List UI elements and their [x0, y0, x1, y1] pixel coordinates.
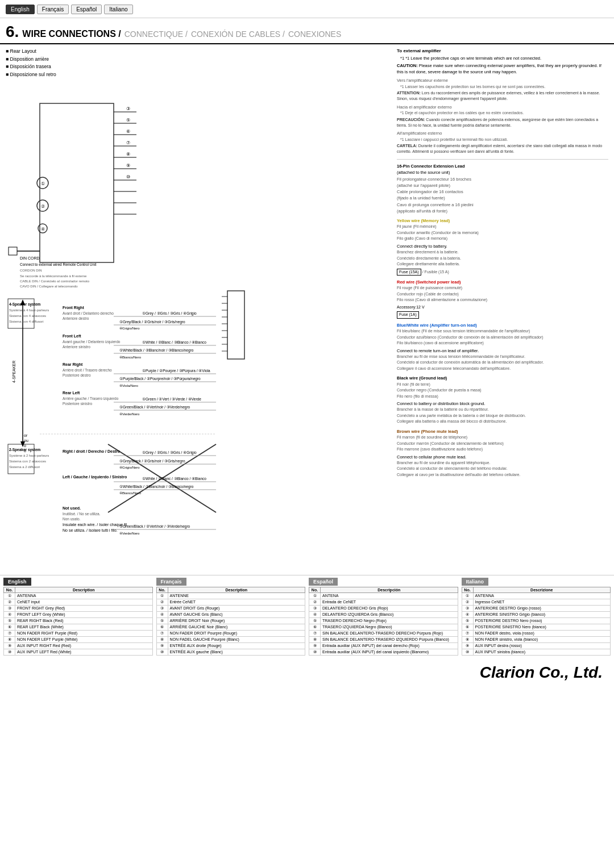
table-cell-desc: ENTRÉE AUX droite (Rouge) — [168, 643, 305, 649]
table-cell-no: ⑧ — [462, 637, 473, 643]
svg-text:Sistema a 2 diffusori: Sistema a 2 diffusori — [9, 465, 40, 469]
rear-layout-label: ■ Rear Layout ■ Disposition arrière ■ Di… — [6, 48, 392, 78]
table-cell-no: ① — [156, 593, 168, 599]
table-cell-desc: POSTERIORE SINISTRO Nero (bianco) — [473, 624, 611, 631]
table-es: No. Descripción ①ANTENA②Entrada de CeNET… — [309, 587, 458, 656]
svg-text:CORDON DIN: CORDON DIN — [20, 269, 42, 272]
table-block-es: Español No. Descripción ①ANTENA②Entrada … — [309, 578, 458, 656]
svg-text:④Grigio/Nero: ④Grigio/Nero — [119, 466, 140, 469]
table-row: ③DELANTERO DERECHO Gris (Rojo) — [309, 606, 458, 612]
svg-text:①: ① — [41, 181, 45, 186]
col-no-it: No. — [462, 587, 473, 593]
table-cell-desc: CeNET input — [15, 599, 153, 606]
table-cell-no: ③ — [309, 606, 321, 612]
table-cell-desc: Entrada auxiliar (AUX INPUT) del canal d… — [321, 643, 458, 649]
table-block-fr: Français No. Description ①ANTENNE②Entrée… — [156, 578, 306, 656]
svg-text:④Bianco/Nero: ④Bianco/Nero — [119, 491, 142, 495]
svg-text:Système à 4 haut-parleurs: Système à 4 haut-parleurs — [9, 308, 49, 312]
red-fuse-en: Fuse (1A) — [397, 311, 419, 319]
ext-amp-title-en: To external amplifier — [397, 48, 608, 55]
col-no-en: No. — [4, 587, 15, 593]
table-cell-no: ⑥ — [156, 624, 168, 631]
ext-amp-title-es: Hacia el amplificador externo — [397, 105, 608, 111]
connector16-subtitle-en: (attached to the source unit) — [397, 169, 608, 176]
svg-text:①Grey / ②Gris / ③Gris / ④Grigi: ①Grey / ②Gris / ③Gris / ④Grigio — [142, 450, 197, 455]
yellow-wire-desc-en: Connect directly to battery. — [397, 243, 608, 249]
table-cell-desc: NON FADER LEFT Purple (White) — [15, 637, 153, 643]
ext-amp-title-fr: Vers l'amplificateur externe — [397, 78, 608, 84]
rear-layout-fr: ■ Disposition arrière — [6, 56, 392, 64]
lang-tab-english[interactable]: English — [6, 5, 35, 14]
lang-tab-spanish[interactable]: Español — [71, 5, 102, 14]
table-cell-desc: Entrada auxiliar (AUX INPUT) del canal i… — [321, 649, 458, 656]
svg-text:Se raccorde à la télécommande : Se raccorde à la télécommande à fil exte… — [20, 274, 87, 278]
table-header-fr: Français — [156, 578, 186, 586]
table-row: ⑩AUX INPUT sinistra (bianco) — [462, 649, 611, 656]
blue-wire-desc-it: Collegare il cavo di accensione telecoma… — [397, 366, 608, 372]
svg-text:DIN CORD: DIN CORD — [20, 256, 40, 260]
svg-text:Anteriore sinistro: Anteriore sinistro — [63, 345, 90, 349]
caution-label: CAUTION: — [397, 63, 418, 68]
blue-wire-title-es: Conductor azul/blanco (Conductor de cone… — [397, 335, 608, 341]
table-cell-desc: NON FADEL GAUCHE Pourpre (Blanc) — [168, 637, 305, 643]
table-header-es: Español — [309, 578, 338, 586]
table-row: ③AVANT DROIT Gris (Rouge) — [156, 606, 305, 612]
table-cell-desc: TRASERO DERECHO Negro (Rojo) — [321, 618, 458, 624]
svg-text:Arrière gauche / Trasero izqui: Arrière gauche / Trasero izquierdo — [63, 397, 119, 401]
table-row: ⑥POSTERIORE SINISTRO Nero (bianco) — [462, 624, 611, 631]
table-en: No. Description ①ANTENNA②CeNET input③FRO… — [3, 587, 153, 656]
table-row: ⑧SIN BALANCE DELANTERO-TRASERO IZQUIERDO… — [309, 637, 458, 643]
table-cell-no: ④ — [309, 612, 321, 618]
table-row: ⑩ENTRÉE AUX gauche (Blanc) — [156, 649, 305, 656]
lang-tab-french[interactable]: Français — [37, 5, 69, 14]
table-cell-desc: ARRIÈRE GAUCHE Noir (Blanc) — [168, 624, 305, 631]
svg-text:Insulate each wire. / Isoler c: Insulate each wire. / Isoler chaque fil. — [63, 523, 128, 527]
table-cell-desc: Entrée CeNET — [168, 599, 305, 606]
svg-text:①White/Black / ②Blanc/noir / ③: ①White/Black / ②Blanc/noir / ③Blanco/neg… — [119, 485, 194, 489]
table-cell-no: ② — [156, 599, 168, 606]
table-row: ④FRONT LEFT Grey (White) — [4, 612, 153, 618]
table-cell-no: ⑧ — [309, 637, 321, 643]
table-cell-no: ② — [462, 599, 473, 606]
table-cell-no: ⑧ — [4, 637, 15, 643]
table-row: ④ANTERIORE SINISTRO Grigio (bianco) — [462, 612, 611, 618]
table-cell-no: ① — [309, 593, 321, 599]
svg-text:4-Speaker system: 4-Speaker system — [9, 302, 41, 307]
table-row: ②Entrada de CeNET — [309, 599, 458, 606]
yellow-wire-desc-fr: Branchez directement à la batterie. — [397, 249, 608, 256]
table-cell-no: ③ — [4, 606, 15, 612]
section-title-fr: CONNECTIQUE / — [125, 30, 188, 39]
yellow-wire-title-en: Yellow wire (Memory lead) — [397, 218, 608, 224]
lang-tab-italian[interactable]: Italiano — [104, 5, 132, 14]
table-cell-desc: SIN BALANCE DELANTERO-TRASERO DERECHO Pú… — [321, 631, 458, 637]
brown-wire-desc-fr: Brancher au fil de sourdine du appareil … — [397, 460, 608, 466]
rear-layout-es: ■ Disposición trasera — [6, 63, 392, 71]
table-cell-desc: NON FADER destro, viola (rosso) — [473, 631, 611, 637]
cartela-text: Durante il collegamento degli amplificat… — [397, 144, 602, 153]
black-wire-title-it: Filo nero (filo di messa) — [397, 394, 608, 400]
svg-text:ou: ou — [24, 439, 28, 443]
svg-text:①White / ②Blanc / ③Blanco / ④B: ①White / ②Blanc / ③Blanco / ④Bianco — [142, 477, 206, 481]
svg-text:Left / Gauche / Izquierdo / Si: Left / Gauche / Izquierdo / Sinistro — [63, 475, 127, 479]
table-cell-desc: REAR LEFT Black (White) — [15, 624, 153, 631]
blue-wire-desc-fr: Brancher au fil de mise sous tension tél… — [397, 354, 608, 360]
cartela-label: CARTELA: — [397, 144, 417, 148]
table-cell-desc: AUX INPUT LEFT Red (White) — [15, 649, 153, 656]
svg-text:Sistema con 2 altavoces: Sistema con 2 altavoces — [9, 460, 46, 463]
black-wire-desc-es: Conéctelo a una parte metálica de la bat… — [397, 413, 608, 419]
table-cell-desc: AUX INPUT RIGHT Red (Red) — [15, 643, 153, 649]
yellow-wire-title-fr: Fil jaune (Fil mémoire) — [397, 224, 608, 230]
attention-text: Lors du raccordement des amplis de puiss… — [397, 91, 600, 101]
table-row: ①ANTENNA — [4, 593, 153, 599]
blue-wire-info: Blue/White wire (Amplifier turn-on lead)… — [397, 322, 608, 372]
svg-text:Anteriore destro: Anteriore destro — [63, 316, 89, 320]
connector16-subtitle-it: (applicato all'unità di fonte) — [397, 208, 608, 214]
table-cell-desc: ANTENNA — [473, 593, 611, 599]
svg-text:③: ③ — [126, 106, 130, 111]
svg-text:4-SPEAKER: 4-SPEAKER — [12, 361, 16, 383]
svg-text:④Bianco/Nero: ④Bianco/Nero — [119, 356, 142, 359]
svg-text:⑧: ⑧ — [126, 152, 130, 157]
svg-text:⑤: ⑤ — [126, 118, 130, 123]
red-wire-title-en: Red wire (Switched power lead) — [397, 279, 608, 285]
table-cell-no: ⑥ — [4, 624, 15, 631]
